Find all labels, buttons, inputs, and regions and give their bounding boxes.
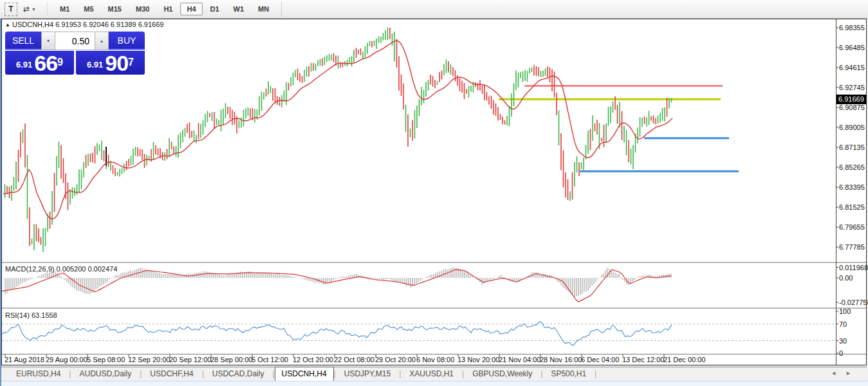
terminal-window: T ⇄ ▼ M1M5M15M30H1H4D1W1MN ▲ USDCNH,H4 6… xyxy=(0,0,868,386)
rsi-axis-label: 0 xyxy=(839,349,843,357)
price-axis-label: 6.89005 xyxy=(839,124,865,131)
macd-axis-label: -0.027758 xyxy=(839,299,868,306)
buy-price-display[interactable]: 6.91 90 7 xyxy=(76,51,145,75)
timeframe-button-m5[interactable]: M5 xyxy=(77,3,100,15)
date-axis-label: 21 Nov 04:00 xyxy=(499,356,540,363)
chevron-down-icon[interactable]: ▼ xyxy=(32,7,36,12)
tab-audusd-daily[interactable]: AUDUSD,Daily xyxy=(71,367,140,380)
tab-usdcad-daily[interactable]: USDCAD,Daily xyxy=(204,367,273,380)
date-axis-label: 5 Sep 08:00 xyxy=(87,356,125,363)
buy-price-pips: 90 xyxy=(105,53,128,73)
buy-price-point: 7 xyxy=(128,59,134,66)
tab-usdjpy-m15[interactable]: USDJPY,M15 xyxy=(336,367,399,380)
date-axis-label: 28 Nov 16:00 xyxy=(540,356,582,363)
date-axis-label: 5 Oct 12:00 xyxy=(252,356,288,363)
date-axis-label: 29 Aug 00:00 xyxy=(46,356,88,363)
price-axis-label: 6.77785 xyxy=(839,243,865,251)
tab-xauusd-h1[interactable]: XAUUSD,H1 xyxy=(401,367,462,380)
price-axis-label: 6.90875 xyxy=(839,104,865,111)
price-axis-label: 6.92745 xyxy=(839,84,865,91)
sell-price-pips: 66 xyxy=(34,53,57,73)
timeframe-button-h4[interactable]: H4 xyxy=(180,3,202,15)
date-axis-label: 21 Aug 2018 xyxy=(5,356,44,363)
volume-increase-button[interactable]: ▲ xyxy=(95,32,109,50)
rsi-value: 63.1558 xyxy=(32,311,57,319)
tab-scroll-right-icon[interactable]: ► xyxy=(845,370,860,376)
macd-axis-label: 0.011968 xyxy=(839,264,868,271)
volume-decrease-button[interactable]: ▼ xyxy=(41,32,55,50)
price-axis-label: 6.81525 xyxy=(839,203,865,211)
status-strip xyxy=(0,381,868,386)
rsi-label: RSI(14) 63.1558 xyxy=(5,311,57,319)
cycle-arrows-icon: ⇄ xyxy=(23,5,30,14)
rsi-name: RSI(14) xyxy=(5,311,30,319)
timeframe-button-m15[interactable]: M15 xyxy=(102,3,128,15)
rsi-axis-label: 30 xyxy=(839,337,847,345)
sell-price-display[interactable]: 6.91 66 9 xyxy=(5,51,74,75)
sell-price-prefix: 6.91 xyxy=(16,57,32,73)
price-axis-label: 6.94615 xyxy=(839,64,865,71)
date-axis-label: 20 Sep 12:00 xyxy=(169,356,211,363)
tab-usdcnh-h4[interactable]: USDCNH,H4 xyxy=(275,367,334,381)
chart-tab-bar: EURUSD,H4|AUDUSD,Daily|USDCHF,H4|USDCAD,… xyxy=(1,367,867,381)
macd-values: 0.005200 0.002474 xyxy=(56,265,117,273)
tab-gbpusd-weekly[interactable]: GBPUSD,Weekly xyxy=(464,367,540,380)
window-left-edge xyxy=(0,19,1,386)
price-axis-label: 6.83395 xyxy=(839,183,865,191)
date-axis-label: 12 Sep 20:00 xyxy=(128,356,170,363)
one-click-trade-panel: SELL ▼ ▲ BUY 6.91 66 9 6.91 90 7 xyxy=(5,32,145,75)
macd-label: MACD(12,26,9) 0.005200 0.002474 xyxy=(5,265,117,273)
timeframe-button-h1[interactable]: H1 xyxy=(157,3,179,15)
timeframe-buttons: M1M5M15M30H1H4D1W1MN xyxy=(53,3,276,15)
macd-name: MACD(12,26,9) xyxy=(5,265,54,273)
date-axis-label: 28 Sep 00:00 xyxy=(210,356,252,363)
chart-symbol-label: USDCNH,H4 xyxy=(12,21,53,28)
date-axis-label: 21 Dec 00:00 xyxy=(663,356,705,363)
timeframe-button-m30[interactable]: M30 xyxy=(129,3,156,15)
macd-axis-label: 0.00 xyxy=(839,274,853,282)
buy-price-prefix: 6.91 xyxy=(87,57,103,73)
price-axis-label: 6.98355 xyxy=(839,24,865,32)
tab-sp500-h1[interactable]: SP500,H1 xyxy=(542,367,595,380)
volume-input[interactable] xyxy=(55,32,95,50)
date-axis-label: 13 Dec 12:00 xyxy=(622,356,664,363)
tab-scroll-arrows: ◄► xyxy=(831,370,860,376)
current-price-tag: 6.91669 xyxy=(836,95,866,104)
symbol-marker-icon: ▲ xyxy=(5,22,10,28)
tab-scroll-left-icon[interactable]: ◄ xyxy=(831,370,845,376)
chart-header: ▲ USDCNH,H4 6.91953 6.92046 6.91389 6.91… xyxy=(5,21,163,28)
rsi-axis-label: 70 xyxy=(839,320,847,328)
timeframe-button-d1[interactable]: D1 xyxy=(204,3,226,15)
sell-button[interactable]: SELL xyxy=(5,32,41,50)
date-axis-label: 6 Nov 08:00 xyxy=(416,356,454,363)
toolbar-grip[interactable] xyxy=(46,3,49,15)
sell-price-point: 9 xyxy=(57,59,63,66)
tab-eurusd-h4[interactable]: EURUSD,H4 xyxy=(8,367,69,380)
date-axis-label: 13 Nov 20:00 xyxy=(457,356,499,363)
text-tool-button[interactable]: T xyxy=(5,3,17,16)
cycle-arrows-button[interactable]: ⇄ ▼ xyxy=(20,3,39,16)
price-axis-label: 6.85265 xyxy=(839,163,865,171)
toolbar-separator xyxy=(281,2,282,16)
timeframe-button-m1[interactable]: M1 xyxy=(53,3,76,15)
tab-usdchf-h4[interactable]: USDCHF,H4 xyxy=(142,367,201,380)
price-axis-label: 6.96485 xyxy=(839,44,865,51)
date-axis-label: 12 Oct 20:00 xyxy=(293,356,333,363)
tabs-container: EURUSD,H4|AUDUSD,Daily|USDCHF,H4|USDCAD,… xyxy=(8,367,596,381)
timeframe-button-mn[interactable]: MN xyxy=(252,3,275,15)
chart-window: ▲ USDCNH,H4 6.91953 6.92046 6.91389 6.91… xyxy=(1,19,867,365)
buy-button[interactable]: BUY xyxy=(109,32,145,50)
date-axis-label: 22 Oct 08:00 xyxy=(334,356,374,363)
tab-separator: | xyxy=(595,369,596,380)
rsi-axis-label: 100 xyxy=(839,308,851,315)
date-axis-label: 29 Oct 20:00 xyxy=(375,356,416,363)
price-axis-label: 6.87135 xyxy=(839,143,865,151)
price-axis-label: 6.79655 xyxy=(839,223,865,231)
date-axis-label: 6 Dec 04:00 xyxy=(581,356,619,363)
toolbar: T ⇄ ▼ M1M5M15M30H1H4D1W1MN xyxy=(0,0,868,19)
chart-ohlc-values: 6.91953 6.92046 6.91389 6.91669 xyxy=(55,21,163,28)
timeframe-button-w1[interactable]: W1 xyxy=(227,3,251,15)
